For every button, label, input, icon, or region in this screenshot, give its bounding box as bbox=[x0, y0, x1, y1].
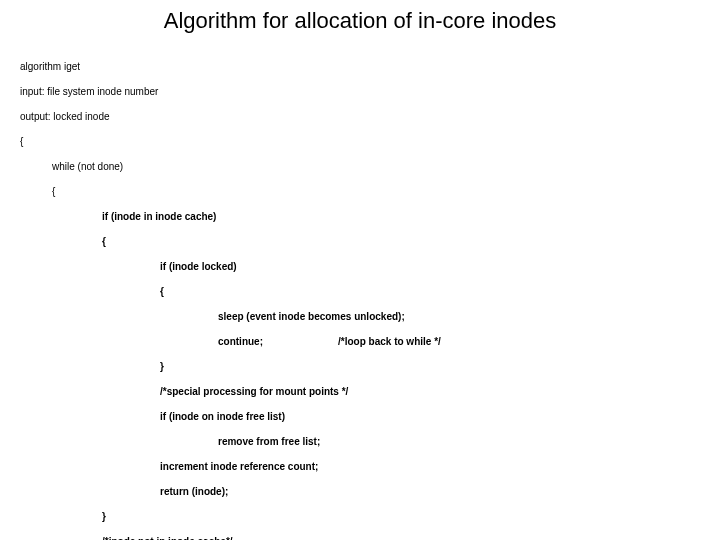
code-line: while (not done) bbox=[20, 161, 700, 174]
code-line: algorithm iget bbox=[20, 61, 700, 74]
code-line: /*inode not in inode cache*/ bbox=[20, 536, 700, 541]
code-line: /*special processing for mount points */ bbox=[20, 386, 700, 399]
code-line: return (inode); bbox=[20, 486, 700, 499]
code-line: { bbox=[20, 236, 700, 249]
code-line: sleep (event inode becomes unlocked); bbox=[20, 311, 700, 324]
code-line: if (inode in inode cache) bbox=[20, 211, 700, 224]
code-line: } bbox=[20, 361, 700, 374]
code-comment: /*loop back to while */ bbox=[338, 336, 441, 347]
code-line: input: file system inode number bbox=[20, 86, 700, 99]
code-line: } bbox=[20, 511, 700, 524]
code-text: continue; bbox=[218, 336, 263, 347]
code-line: { bbox=[20, 136, 700, 149]
code-line: { bbox=[20, 186, 700, 199]
code-line: if (inode locked) bbox=[20, 261, 700, 274]
code-line: increment inode reference count; bbox=[20, 461, 700, 474]
code-line: continue; /*loop back to while */ bbox=[20, 336, 700, 349]
algorithm-block: algorithm iget input: file system inode … bbox=[20, 48, 700, 540]
code-line: if (inode on inode free list) bbox=[20, 411, 700, 424]
code-line: output: locked inode bbox=[20, 111, 700, 124]
slide-title: Algorithm for allocation of in-core inod… bbox=[20, 8, 700, 34]
code-line: remove from free list; bbox=[20, 436, 700, 449]
code-line: { bbox=[20, 286, 700, 299]
